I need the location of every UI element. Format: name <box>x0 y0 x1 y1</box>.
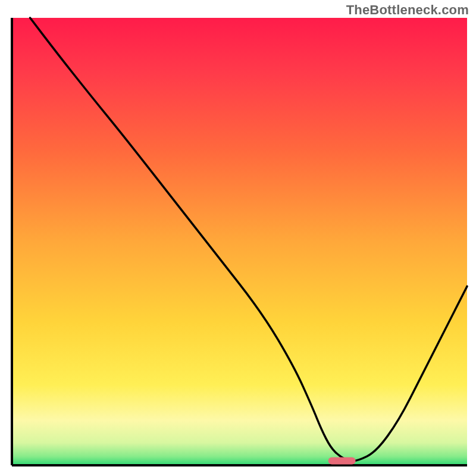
chart-container: TheBottleneck.com <box>0 0 476 476</box>
plot-background <box>12 18 467 465</box>
optimal-marker <box>328 457 356 464</box>
bottleneck-chart <box>0 0 476 476</box>
watermark-text: TheBottleneck.com <box>346 2 469 18</box>
